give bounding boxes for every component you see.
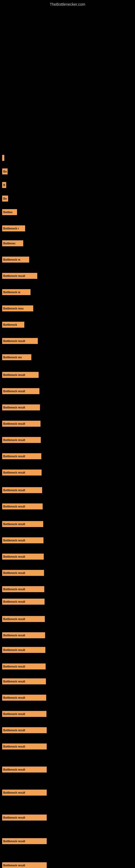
- bar-row: Bottleneck result: [2, 404, 40, 411]
- bar: Bottleneck result: [2, 372, 39, 378]
- bar-row: Bottleneck result: [2, 337, 38, 345]
- bar: Bottleneck result: [2, 744, 47, 749]
- bar-row: Bottleneck resu: [2, 305, 33, 312]
- bar: Bottleneck resu: [2, 305, 33, 311]
- site-title: TheBottlenecker.com: [0, 0, 135, 8]
- bar: Bottleneck result: [2, 663, 46, 670]
- bar-row: Bottleneck result: [2, 646, 45, 654]
- bar-row: Bottleneck result: [2, 789, 47, 796]
- bar-row: B: [2, 181, 6, 189]
- bar-row: Bottleneck result: [2, 631, 45, 639]
- bar-row: Bottleneck result: [2, 862, 47, 868]
- bar-row: Bottleneck result: [2, 598, 45, 606]
- bar-row: Bottleneck result: [2, 837, 47, 845]
- bar: Bottleneck result: [2, 521, 43, 527]
- bar-row: Bo: [2, 167, 8, 175]
- bar: Bottleneck: [2, 322, 24, 328]
- bar-row: Bottleneck result: [2, 694, 46, 702]
- bar: Bottleneck re: [2, 289, 31, 295]
- bar-row: Bottleneck result: [2, 469, 42, 476]
- bar-row: Bottlen: [2, 208, 17, 216]
- bar-row: Bottleneck result: [2, 272, 37, 280]
- bar-row: Bottleneck result: [2, 536, 43, 544]
- bar-row: Bottleneck result: [2, 569, 44, 577]
- bar: Bottleneck result: [2, 862, 47, 868]
- bar: Bottleneck res: [2, 354, 31, 360]
- bar: Bottleneck result: [2, 632, 45, 638]
- bar-row: Bottleneck result: [2, 503, 43, 510]
- bar: Bottleneck result: [2, 767, 47, 773]
- bar: Bottleneck result: [2, 838, 47, 844]
- bar: Bottleneck result: [2, 599, 45, 604]
- bar-row: Bottleneck re: [2, 256, 29, 264]
- bar-row: Bottleneck result: [2, 726, 47, 734]
- bar: Bottleneck result: [2, 616, 45, 622]
- bar: Bo: [2, 168, 8, 175]
- bar: Bottleneck r: [2, 225, 25, 231]
- bar: Bottleneck result: [2, 678, 46, 684]
- bar: Bottleneck result: [2, 814, 47, 820]
- bar-row: Bottleneck: [2, 321, 24, 329]
- bar: Bottleneck result: [2, 503, 43, 509]
- bar-row: Bottleneck result: [2, 585, 44, 593]
- bar-row: Bottleneck result: [2, 453, 41, 460]
- bar-row: Bottleneck re: [2, 288, 31, 296]
- bar: Bottleneck result: [2, 453, 41, 459]
- bar-row: Bottleneck result: [2, 520, 43, 528]
- bar: [2, 155, 4, 161]
- bar-row: Bottleneck result: [2, 486, 42, 494]
- bar-row: Bo: [2, 195, 8, 203]
- bar: Bottleneck result: [2, 273, 37, 279]
- bar: Bottleneck result: [2, 570, 44, 576]
- bar: Bo: [2, 195, 8, 202]
- bar: Bottleneck result: [2, 338, 38, 344]
- bar: Bottleneck result: [2, 789, 47, 796]
- bar-row: Bottleneck result: [2, 663, 46, 670]
- bar-row: Bottleneck result: [2, 388, 39, 395]
- bar-row: Bottleneck result: [2, 553, 44, 560]
- bar: Bottleneck result: [2, 437, 41, 443]
- bar-row: Bottleneck r: [2, 225, 25, 232]
- bar-row: Bottlenec: [2, 240, 23, 247]
- bar-row: Bottleneck result: [2, 436, 41, 444]
- bar: Bottleneck result: [2, 421, 41, 427]
- bar: Bottleneck result: [2, 727, 47, 733]
- bar-row: Bottleneck res: [2, 353, 31, 361]
- bar-row: Bottleneck result: [2, 678, 46, 685]
- bar: Bottleneck result: [2, 404, 40, 410]
- bar-row: Bottleneck result: [2, 743, 47, 750]
- bar-row: Bottleneck result: [2, 420, 41, 428]
- bar: Bottleneck result: [2, 695, 46, 701]
- bar: Bottleneck result: [2, 469, 42, 475]
- bar: Bottlen: [2, 209, 17, 215]
- bar: Bottleneck result: [2, 487, 42, 493]
- bar: Bottleneck result: [2, 647, 45, 653]
- bar: Bottleneck result: [2, 537, 43, 543]
- bar-row: Bottleneck result: [2, 615, 45, 623]
- bar: Bottleneck result: [2, 388, 39, 394]
- chart-area: BoBBoBottlenBottleneck rBottlenecBottlen…: [0, 8, 135, 868]
- bar-row: Bottleneck result: [2, 710, 46, 718]
- bar-row: Bottleneck result: [2, 814, 47, 822]
- bar: Bottleneck result: [2, 711, 46, 717]
- bar-row: Bottleneck result: [2, 371, 39, 379]
- bar-row: [2, 154, 4, 162]
- bar-row: Bottleneck result: [2, 766, 47, 773]
- bar: Bottleneck result: [2, 554, 44, 560]
- page-container: TheBottlenecker.com BoBBoBottlenBottlene…: [0, 0, 135, 868]
- bar: Bottlenec: [2, 240, 23, 246]
- bar: Bottleneck result: [2, 586, 44, 592]
- bar: Bottleneck re: [2, 257, 29, 262]
- bar: B: [2, 182, 6, 188]
